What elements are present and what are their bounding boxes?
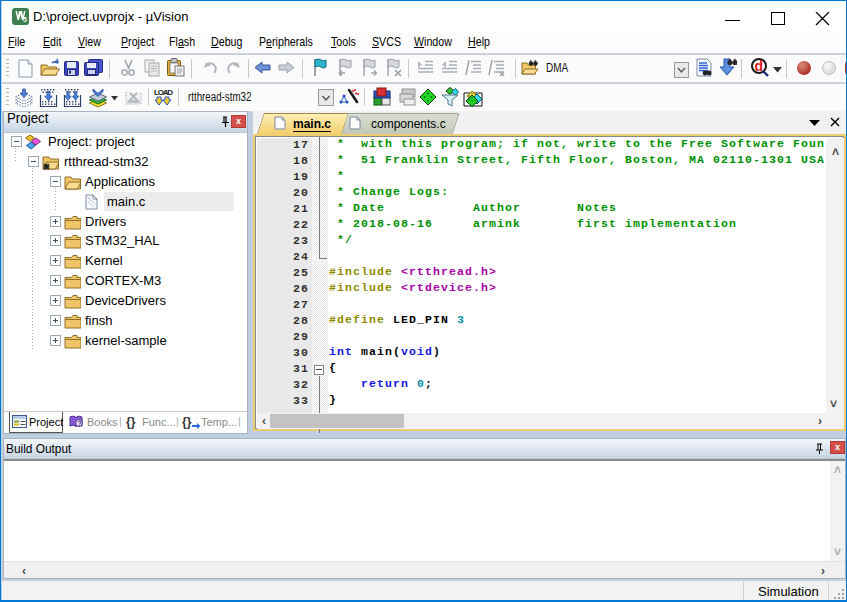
- svg-text:LOAD: LOAD: [154, 88, 173, 97]
- svg-text:5: 5: [23, 16, 27, 23]
- svg-text:d: d: [755, 58, 764, 74]
- svg-text:?: ?: [77, 419, 82, 428]
